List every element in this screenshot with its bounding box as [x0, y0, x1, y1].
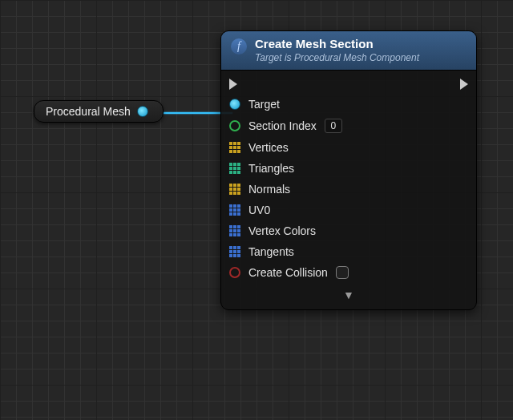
output-pin-icon[interactable] — [137, 106, 148, 117]
section-index-input[interactable]: 0 — [325, 119, 342, 133]
expand-node-icon[interactable]: ▼ — [229, 287, 468, 306]
pin-section-index[interactable]: Section Index 0 — [229, 119, 468, 133]
node-body: Target Section Index 0 Vertices Triangle… — [221, 71, 476, 309]
pin-uv0-label: UV0 — [248, 204, 270, 216]
pin-vertex-colors-label: Vertex Colors — [248, 224, 316, 237]
object-pin-icon[interactable] — [229, 99, 240, 110]
pin-tangents[interactable]: Tangents — [229, 245, 468, 258]
exec-out-pin-icon[interactable] — [460, 79, 468, 90]
pin-tangents-label: Tangents — [248, 245, 294, 258]
pin-target-label: Target — [248, 98, 280, 111]
array-vector-pin-icon[interactable] — [229, 142, 240, 153]
array-vector-pin-icon[interactable] — [229, 184, 240, 195]
function-icon: f — [231, 38, 247, 55]
pin-uv0[interactable]: UV0 — [229, 204, 468, 216]
pin-normals-label: Normals — [248, 183, 290, 196]
array-vector2d-pin-icon[interactable] — [229, 204, 240, 216]
pin-create-collision-label: Create Collision — [248, 266, 328, 279]
pin-vertex-colors[interactable]: Vertex Colors — [229, 224, 468, 237]
array-struct-pin-icon[interactable] — [229, 246, 240, 257]
pin-section-index-label: Section Index — [248, 119, 317, 132]
node-header[interactable]: f Create Mesh Section Target is Procedur… — [221, 31, 476, 71]
node-subtitle: Target is Procedural Mesh Component — [255, 53, 419, 63]
node-title: Create Mesh Section — [255, 38, 419, 51]
exec-in-pin-icon[interactable] — [229, 79, 237, 90]
int-pin-icon[interactable] — [229, 120, 240, 131]
array-color-pin-icon[interactable] — [229, 225, 240, 236]
pin-vertices[interactable]: Vertices — [229, 141, 468, 154]
array-int-pin-icon[interactable] — [229, 163, 240, 174]
pin-normals[interactable]: Normals — [229, 183, 468, 196]
node-procedural-mesh[interactable]: Procedural Mesh — [34, 100, 164, 123]
pin-target[interactable]: Target — [229, 98, 468, 111]
node-procedural-mesh-label: Procedural Mesh — [46, 105, 131, 118]
create-collision-checkbox[interactable] — [336, 266, 349, 279]
bool-pin-icon[interactable] — [229, 267, 240, 278]
pin-create-collision[interactable]: Create Collision — [229, 266, 468, 279]
pin-vertices-label: Vertices — [248, 141, 289, 154]
pin-triangles-label: Triangles — [248, 162, 294, 175]
pin-triangles[interactable]: Triangles — [229, 162, 468, 175]
node-create-mesh-section[interactable]: f Create Mesh Section Target is Procedur… — [220, 30, 477, 310]
